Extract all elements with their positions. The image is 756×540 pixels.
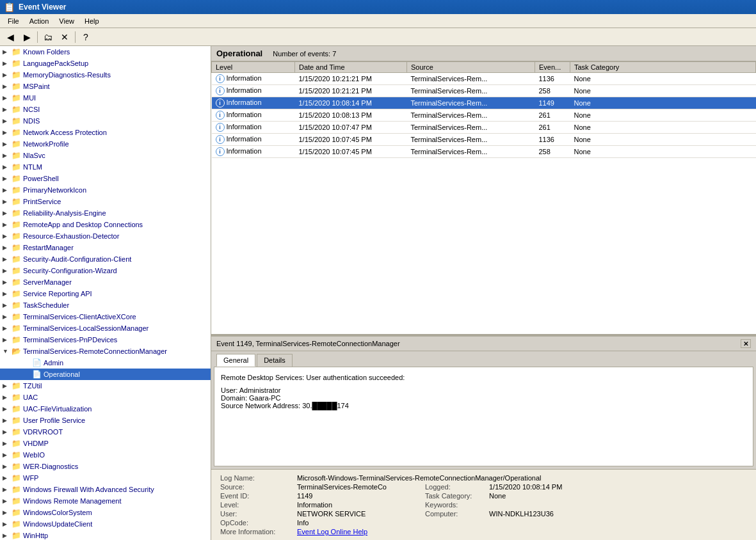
tree-item[interactable]: ▶📁NetworkProfile: [0, 138, 211, 150]
expand-icon: ▶: [3, 198, 12, 205]
tree-item[interactable]: ▶📁LanguagePackSetup: [0, 58, 211, 69]
events-table-wrapper[interactable]: Level Date and Time Source Even... Task …: [211, 61, 756, 334]
action-button[interactable]: ✕: [57, 30, 72, 44]
expand-icon: ▶: [3, 314, 12, 320]
folder-icon: 📁: [12, 47, 21, 56]
table-row[interactable]: iInformation1/15/2020 10:07:45 PMTermina…: [212, 134, 756, 146]
expand-icon: ▶: [3, 83, 12, 90]
tree-item[interactable]: ▶📁PrintService: [0, 196, 211, 207]
tree-item[interactable]: ▶📁RemoteApp and Desktop Connections: [0, 219, 211, 230]
back-button[interactable]: ◀: [3, 30, 18, 44]
col-source[interactable]: Source: [407, 62, 535, 73]
folder-button[interactable]: 🗂: [40, 30, 56, 44]
tree-item[interactable]: ▶📁MSPaint: [0, 81, 211, 92]
tree-item[interactable]: ▶📁WER-Diagnostics: [0, 461, 211, 472]
tree-item[interactable]: ▶📁ServerManager: [0, 276, 211, 288]
info-icon: i: [216, 123, 225, 132]
col-eventid[interactable]: Even...: [535, 62, 570, 73]
folder-icon: 📁: [12, 116, 21, 125]
tree-item[interactable]: ▶📁TerminalServices-LocalSessionManager: [0, 322, 211, 334]
tree-item-label: TerminalServices-LocalSessionManager: [23, 324, 149, 332]
info-icon: i: [216, 111, 225, 120]
tree-item[interactable]: ▶📁PowerShell: [0, 173, 211, 184]
tree-item[interactable]: ▶📁RestartManager: [0, 242, 211, 253]
tree-item-label: RemoteApp and Desktop Connections: [23, 221, 143, 228]
table-row[interactable]: iInformation1/15/2020 10:21:21 PMTermina…: [212, 85, 756, 97]
menu-action[interactable]: Action: [24, 16, 54, 26]
tab-general[interactable]: General: [216, 354, 255, 367]
tree-item[interactable]: ▶📁WebIO: [0, 449, 211, 461]
tree-item-label: TZUtil: [23, 382, 42, 390]
tree-item[interactable]: ▶📁TerminalServices-ClientActiveXCore: [0, 311, 211, 322]
tree-item[interactable]: ▶📁PrimaryNetworkIcon: [0, 184, 211, 196]
tree-item[interactable]: ▶📁TZUtil: [0, 380, 211, 392]
tree-item[interactable]: ▶📁MemoryDiagnostics-Results: [0, 69, 211, 81]
tree-item[interactable]: ▶📁WindowsColorSystem: [0, 507, 211, 518]
event-datetime: 1/15/2020 10:07:45 PM: [295, 146, 407, 158]
tree-item[interactable]: ▶📁MUI: [0, 92, 211, 104]
tree-item[interactable]: ▶📁Known Folders: [0, 46, 211, 58]
tree-item-label: NlaSvc: [23, 152, 45, 159]
forward-button[interactable]: ▶: [19, 30, 35, 44]
tab-details[interactable]: Details: [257, 354, 293, 367]
tree-item[interactable]: ▼📂TerminalServices-RemoteConnectionManag…: [0, 345, 211, 357]
tree-item[interactable]: ▶📁User Profile Service: [0, 415, 211, 426]
event-datetime: 1/15/2020 10:08:14 PM: [295, 97, 407, 109]
toolbar-separator-1: [37, 31, 38, 43]
help-button[interactable]: ?: [78, 30, 93, 44]
tree-item[interactable]: ▶📁NTLM: [0, 161, 211, 173]
bottom-info: Log Name: Microsoft-Windows-TerminalServ…: [211, 469, 756, 540]
tree-item[interactable]: ▶📁Network Access Protection: [0, 127, 211, 138]
event-log-link[interactable]: Event Log Online Help: [297, 528, 367, 536]
col-task[interactable]: Task Category: [570, 62, 756, 73]
table-row[interactable]: iInformation1/15/2020 10:08:14 PMTermina…: [212, 97, 756, 109]
menu-view[interactable]: View: [54, 16, 79, 26]
tree-item[interactable]: ▶📁Windows Firewall With Advanced Securit…: [0, 484, 211, 495]
tree-item-label: PowerShell: [23, 175, 59, 182]
menu-file[interactable]: File: [3, 16, 24, 26]
expand-icon: ▶: [3, 325, 12, 331]
tree-item[interactable]: ▶📁WFP: [0, 472, 211, 484]
tree-item[interactable]: ▶📁TerminalServices-PnPDevices: [0, 334, 211, 345]
col-level[interactable]: Level: [212, 62, 295, 73]
col-datetime[interactable]: Date and Time: [295, 62, 407, 73]
expand-icon: ▶: [3, 164, 12, 170]
tree-item[interactable]: ▶📁WindowsUpdateClient: [0, 518, 211, 530]
tree-item[interactable]: ▶📁Resource-Exhaustion-Detector: [0, 230, 211, 242]
event-level: iInformation: [212, 134, 295, 146]
folder-icon: 📁: [12, 93, 21, 102]
event-id: 261: [535, 109, 570, 122]
table-row[interactable]: iInformation1/15/2020 10:21:21 PMTermina…: [212, 73, 756, 85]
table-row[interactable]: iInformation1/15/2020 10:08:13 PMTermina…: [212, 109, 756, 122]
right-panel: Operational Number of events: 7 Level Da…: [211, 46, 756, 540]
tree-item-label: UAC: [23, 393, 38, 401]
tree-item[interactable]: ▶📁NlaSvc: [0, 150, 211, 161]
info-icon: i: [216, 86, 225, 95]
tree-item[interactable]: ▶📁UAC-FileVirtualization: [0, 403, 211, 415]
event-task: None: [570, 122, 756, 134]
tree-item[interactable]: ▶📁Security-Configuration-Wizard: [0, 265, 211, 276]
tree-item[interactable]: ▶📁Service Reporting API: [0, 288, 211, 299]
detail-close-button[interactable]: ✕: [741, 339, 751, 348]
table-row[interactable]: iInformation1/15/2020 10:07:45 PMTermina…: [212, 146, 756, 158]
event-level: iInformation: [212, 146, 295, 158]
tree-item[interactable]: ▶📁Windows Remote Management: [0, 495, 211, 507]
tree-item[interactable]: ▶📁NCSI: [0, 104, 211, 115]
events-panel: Operational Number of events: 7 Level Da…: [211, 46, 756, 335]
event-id: 1136: [535, 134, 570, 146]
tree-item[interactable]: ▶📁UAC: [0, 392, 211, 403]
tree-item[interactable]: ▶📁Reliability-Analysis-Engine: [0, 207, 211, 219]
event-source: TerminalServices-Rem...: [407, 122, 535, 134]
menu-help[interactable]: Help: [79, 16, 104, 26]
tree-item[interactable]: ▶📁TaskScheduler: [0, 299, 211, 311]
event-datetime: 1/15/2020 10:07:47 PM: [295, 122, 407, 134]
table-row[interactable]: iInformation1/15/2020 10:07:47 PMTermina…: [212, 122, 756, 134]
tree-item[interactable]: ▶📁Security-Audit-Configuration-Client: [0, 253, 211, 265]
event-source: TerminalServices-Rem...: [407, 97, 535, 109]
tree-item[interactable]: 📄Operational: [0, 369, 211, 380]
tree-item[interactable]: 📄Admin: [0, 357, 211, 369]
tree-item[interactable]: ▶📁VHDMP: [0, 438, 211, 449]
tree-item[interactable]: ▶📁NDIS: [0, 115, 211, 127]
tree-item[interactable]: ▶📁WinHttp: [0, 530, 211, 540]
tree-item[interactable]: ▶📁VDRVROOT: [0, 426, 211, 438]
